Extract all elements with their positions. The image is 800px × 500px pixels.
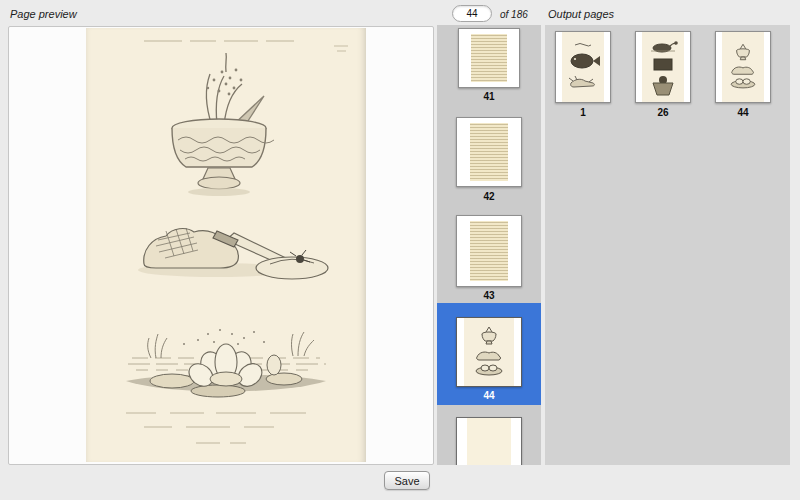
thumbnail-page-44-image [464, 318, 514, 386]
thumbnail-page-44-number: 44 [437, 390, 541, 401]
mini-plate-artwork [467, 321, 511, 383]
output-page-1-image [562, 32, 604, 102]
thumbnail-page-43-number: 43 [437, 290, 541, 301]
mini-bird-basket-artwork [643, 35, 683, 99]
thumbnail-page-43[interactable] [456, 215, 522, 287]
thumbnail-page-44-selected[interactable] [456, 317, 522, 387]
plate-artwork [86, 28, 366, 462]
output-page-44-image [722, 32, 764, 102]
page-preview-panel [8, 26, 434, 465]
mini-plate-artwork [723, 38, 763, 96]
output-page-26-number: 26 [635, 107, 691, 118]
output-page-26[interactable] [635, 31, 691, 103]
thumbnail-page-41-image [468, 29, 510, 87]
thumbnail-page-43-image [467, 216, 512, 286]
thumbnail-page-45-image [467, 418, 512, 465]
thumbnail-page-45-partial[interactable] [456, 417, 522, 465]
page-total-label: of 186 [500, 9, 528, 20]
save-button[interactable]: Save [384, 471, 430, 490]
output-page-44[interactable] [715, 31, 771, 103]
preview-page-image [86, 28, 366, 462]
selected-thumbnail-highlight[interactable]: 44 [437, 303, 541, 405]
thumbnail-page-42-image [467, 118, 512, 186]
output-page-26-image [642, 32, 684, 102]
thumbnail-page-42-number: 42 [437, 191, 541, 202]
output-pages-label: Output pages [548, 8, 614, 20]
app-window: Page preview of 186 Output pages [0, 0, 800, 500]
output-page-1-number: 1 [555, 107, 611, 118]
thumbnail-page-41[interactable] [458, 28, 520, 88]
output-page-44-number: 44 [715, 107, 771, 118]
mini-fish-artwork [563, 35, 603, 99]
thumbnail-page-41-number: 41 [437, 91, 541, 102]
page-preview-label: Page preview [10, 8, 77, 20]
page-thumbnail-list: 41 42 43 [437, 25, 541, 465]
output-page-1[interactable] [555, 31, 611, 103]
page-number-input[interactable] [452, 5, 492, 22]
thumbnail-page-42[interactable] [456, 117, 522, 187]
output-pages-panel: 1 26 [545, 25, 790, 465]
